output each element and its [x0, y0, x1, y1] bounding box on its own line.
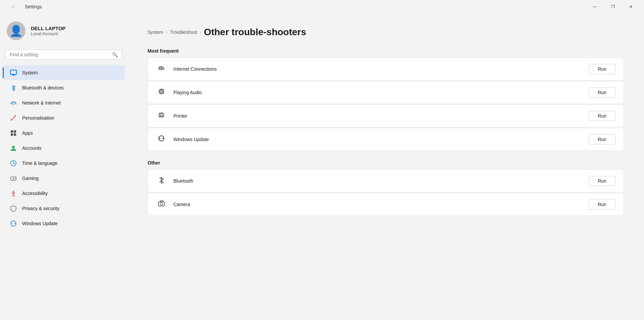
other-list: Bluetooth Run Camera Run	[148, 170, 624, 216]
internet-icon	[156, 64, 167, 74]
sidebar-item-label-accounts: Accounts	[22, 145, 42, 151]
svg-rect-1	[12, 74, 15, 75]
troubleshooter-item-bluetooth: Bluetooth Run	[148, 170, 624, 192]
other-title: Other	[148, 160, 624, 166]
troubleshooter-item-printer: Printer Run	[148, 105, 624, 127]
svg-point-17	[14, 179, 15, 179]
svg-point-16	[15, 178, 15, 179]
user-profile[interactable]: 👤 DELL LAPTOP Local Account	[0, 13, 127, 47]
svg-point-30	[160, 203, 163, 205]
search-input[interactable]	[10, 52, 109, 57]
breadcrumb: System › Troubleshoot › Other trouble-sh…	[148, 27, 624, 38]
svg-line-22	[13, 195, 14, 196]
network-nav-icon	[9, 99, 17, 107]
user-account-type: Local Account	[31, 31, 66, 36]
page-title: Other trouble-shooters	[204, 27, 306, 38]
winupdate-icon	[156, 135, 167, 144]
printer-name: Printer	[173, 113, 582, 119]
troubleshooter-item-internet: Internet Connections Run	[148, 58, 624, 80]
breadcrumb-sep-2: ›	[200, 30, 201, 35]
svg-rect-27	[160, 116, 163, 117]
main-content: System › Troubleshoot › Other trouble-sh…	[127, 13, 644, 320]
sidebar-item-accounts[interactable]: Accounts	[3, 141, 125, 155]
sidebar-item-system[interactable]: System	[3, 65, 125, 80]
user-name: DELL LAPTOP	[31, 25, 66, 31]
sidebar-item-privacy[interactable]: Privacy & security	[3, 201, 125, 216]
svg-rect-8	[14, 130, 16, 133]
update-nav-icon	[9, 219, 17, 228]
printer-run-button[interactable]: Run	[589, 111, 615, 121]
most-frequent-title: Most frequent	[148, 48, 624, 54]
privacy-nav-icon	[9, 204, 17, 212]
svg-rect-0	[10, 70, 16, 74]
camera-icon	[156, 200, 167, 209]
system-nav-icon	[9, 69, 17, 77]
breadcrumb-sep-1: ›	[166, 30, 167, 35]
svg-rect-10	[14, 133, 16, 136]
camera-run-button[interactable]: Run	[589, 199, 615, 209]
sidebar-item-label-gaming: Gaming	[22, 176, 39, 181]
svg-rect-9	[11, 133, 13, 136]
accounts-nav-icon	[9, 144, 17, 152]
sidebar-item-label-network: Network & internet	[22, 100, 61, 106]
audio-name: Playing Audio	[173, 90, 582, 95]
sidebar-item-bluetooth[interactable]: Bluetooth & devices	[3, 80, 125, 95]
svg-point-18	[13, 191, 14, 192]
svg-rect-6	[11, 119, 12, 121]
sidebar-item-label-system: System	[22, 70, 38, 75]
breadcrumb-troubleshoot[interactable]: Troubleshoot	[170, 29, 197, 35]
winupdate-run-button[interactable]: Run	[589, 134, 615, 144]
minimize-button[interactable]: —	[587, 1, 602, 12]
most-frequent-list: Internet Connections Run Playing Audio R…	[148, 58, 624, 151]
sidebar-item-apps[interactable]: Apps	[3, 126, 125, 140]
time-nav-icon	[9, 159, 17, 167]
svg-point-3	[13, 104, 14, 105]
back-button[interactable]: ←	[5, 1, 21, 12]
sidebar-item-label-time: Time & language	[22, 161, 57, 166]
troubleshooter-item-winupdate: Windows Update Run	[148, 128, 624, 151]
avatar: 👤	[7, 21, 25, 40]
sidebar-item-label-bluetooth: Bluetooth & devices	[22, 85, 64, 90]
search-container: 🔍	[0, 47, 127, 65]
sidebar-nav: SystemBluetooth & devicesNetwork & inter…	[0, 65, 127, 231]
bluetooth-nav-icon	[9, 84, 17, 92]
audio-run-button[interactable]: Run	[589, 87, 615, 98]
sidebar-item-personalisation[interactable]: Personalisation	[3, 111, 125, 125]
svg-point-11	[12, 146, 15, 148]
maximize-button[interactable]: ❐	[605, 1, 621, 12]
search-icon: 🔍	[112, 52, 118, 57]
printer-icon	[156, 111, 167, 121]
troubleshooter-item-camera: Camera Run	[148, 193, 624, 216]
breadcrumb-system[interactable]: System	[148, 29, 163, 35]
sidebar-item-gaming[interactable]: Gaming	[3, 171, 125, 186]
sidebar-item-label-accessibility: Accessibility	[22, 191, 48, 196]
gaming-nav-icon	[9, 174, 17, 182]
sidebar-item-label-apps: Apps	[22, 130, 33, 136]
bluetooth-name: Bluetooth	[173, 178, 582, 184]
sidebar-item-label-personalisation: Personalisation	[22, 115, 54, 121]
app-title: Settings	[25, 4, 42, 9]
svg-rect-7	[11, 130, 13, 133]
sidebar-item-update[interactable]: Windows Update	[3, 216, 125, 231]
sidebar-item-label-update: Windows Update	[22, 221, 58, 226]
internet-run-button[interactable]: Run	[589, 64, 615, 74]
bluetooth-icon	[156, 176, 167, 186]
user-info: DELL LAPTOP Local Account	[31, 25, 66, 36]
sidebar-item-network[interactable]: Network & internet	[3, 95, 125, 110]
sidebar-item-time[interactable]: Time & language	[3, 156, 125, 171]
search-box[interactable]: 🔍	[5, 50, 122, 60]
internet-name: Internet Connections	[173, 66, 582, 72]
bluetooth-run-button[interactable]: Run	[589, 176, 615, 186]
sidebar-item-label-privacy: Privacy & security	[22, 206, 59, 211]
title-bar-left: ← Settings	[5, 1, 42, 12]
winupdate-name: Windows Update	[173, 137, 582, 142]
sidebar-item-accessibility[interactable]: Accessibility	[3, 186, 125, 201]
troubleshooter-item-audio: Playing Audio Run	[148, 81, 624, 104]
svg-point-23	[161, 69, 162, 70]
svg-rect-2	[11, 75, 15, 75]
title-bar-controls: — ❐ ✕	[587, 1, 639, 12]
apps-nav-icon	[9, 129, 17, 137]
close-button[interactable]: ✕	[623, 1, 639, 12]
svg-rect-5	[14, 115, 16, 117]
app-container: 👤 DELL LAPTOP Local Account 🔍 SystemBlue…	[0, 13, 644, 320]
